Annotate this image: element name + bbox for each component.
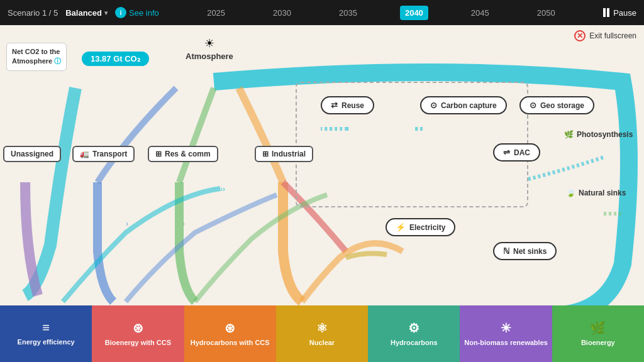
year-2025[interactable]: 2025	[202, 6, 230, 20]
nuclear-tile[interactable]: ⚛ Nuclear	[276, 305, 368, 362]
res-comm-label: Res & comm	[165, 150, 211, 158]
scenario-label: Scenario 1 / 5	[8, 8, 58, 18]
top-navigation: Scenario 1 / 5 Balanced ▾ i See info 202…	[0, 0, 644, 25]
hydrocarbons-ccs-label: Hydrocarbons with CCS	[191, 338, 270, 347]
geo-storage-node[interactable]: ⊙ Geo storage	[519, 96, 594, 114]
nuclear-icon: ⚛	[316, 321, 328, 336]
close-icon: ✕	[574, 30, 586, 41]
res-comm-icon: ⊞	[155, 150, 162, 158]
natural-sinks-icon: 🍃	[566, 189, 575, 197]
dac-label: DAC	[514, 148, 530, 157]
info-icon: i	[115, 7, 126, 18]
see-info-label: See info	[129, 8, 159, 18]
see-info-button[interactable]: i See info	[115, 7, 159, 18]
bioenergy-label: Bioenergy	[581, 338, 615, 347]
carbon-capture-label: Carbon capture	[441, 101, 497, 110]
year-2030[interactable]: 2030	[268, 6, 296, 20]
natural-sinks-text: Natural sinks	[579, 189, 626, 197]
carbon-capture-icon: ⊙	[430, 101, 437, 110]
hydrocarbons-ccs-tile[interactable]: ⊛ Hydrocarbons with CCS	[184, 305, 276, 362]
energy-efficiency-label: Energy efficiency	[18, 337, 75, 346]
atmosphere-icon: ☀	[186, 36, 233, 50]
year-2050[interactable]: 2050	[532, 6, 560, 20]
mode-selector[interactable]: Balanced ▾	[65, 8, 108, 18]
atmosphere-node: ☀ Atmosphere	[186, 36, 233, 61]
res-comm-sector: ⊞ Res & comm	[148, 146, 218, 162]
pause-button[interactable]: Pause	[603, 8, 636, 18]
photosynthesis-icon: 🌿	[564, 130, 574, 139]
unassigned-sector: Unassigned	[3, 146, 61, 162]
netco2-box: Net CO2 to the Atmosphere ⓘ	[6, 43, 67, 71]
bioenergy-icon: 🌿	[590, 321, 606, 336]
netco2-label: Net CO2 to the Atmosphere ⓘ	[12, 47, 61, 67]
year-selector: 2025 2030 2035 2040 2045 2050	[167, 6, 596, 20]
photosynthesis-label: 🌿 Photosynthesis	[564, 130, 633, 139]
reuse-icon: ⇄	[331, 101, 338, 110]
electricity-node[interactable]: ⚡ Electricity	[386, 218, 455, 236]
unassigned-label: Unassigned	[11, 150, 53, 158]
bottom-tiles: ≡ Energy efficiency ⊛ Bioenergy with CCS…	[0, 305, 644, 362]
natural-sinks-label: 🍃 Natural sinks	[566, 189, 626, 197]
year-2040[interactable]: 2040	[400, 6, 428, 20]
reuse-label: Reuse	[341, 101, 364, 110]
year-2035[interactable]: 2035	[334, 6, 362, 20]
year-2045[interactable]: 2045	[466, 6, 494, 20]
bioenergy-tile[interactable]: 🌿 Bioenergy	[552, 305, 644, 362]
industrial-label: Industrial	[272, 150, 306, 158]
industrial-icon: ⊞	[262, 150, 269, 158]
net-sinks-icon: ℕ	[503, 246, 509, 256]
non-biomass-icon: ✳	[501, 321, 511, 336]
non-biomass-label: Non-biomass renewables	[464, 338, 548, 347]
transport-sector: 🚛 Transport	[72, 146, 135, 162]
nuclear-label: Nuclear	[309, 338, 335, 347]
industrial-sector: ⊞ Industrial	[255, 146, 313, 162]
svg-text:›: ›	[182, 219, 185, 228]
net-sinks-label: Net sinks	[513, 247, 547, 256]
pause-icon	[603, 8, 609, 17]
geo-storage-label: Geo storage	[540, 101, 584, 110]
co2-value-pill: 13.87 Gt CO₂	[82, 52, 149, 66]
electricity-label: Electricity	[409, 223, 445, 232]
dac-node[interactable]: ⇌ DAC	[493, 143, 540, 162]
dac-icon: ⇌	[503, 148, 510, 157]
exit-fullscreen-button[interactable]: ✕ Exit fullscreen	[574, 30, 636, 41]
pause-label: Pause	[613, 8, 636, 18]
atmosphere-label: Atmosphere	[186, 52, 233, 61]
hydrocarbons-label: Hydrocarbons	[391, 338, 438, 347]
transport-label: Transport	[92, 150, 127, 158]
hydrocarbons-ccs-icon: ⊛	[225, 321, 235, 336]
hydrocarbons-icon: ⚙	[408, 321, 419, 336]
geo-storage-icon: ⊙	[530, 101, 536, 110]
photosynthesis-text: Photosynthesis	[577, 130, 633, 139]
electricity-icon: ⚡	[396, 222, 406, 232]
svg-text:››: ››	[220, 185, 225, 194]
bioenergy-ccs-icon: ⊛	[133, 321, 143, 336]
exit-fullscreen-label: Exit fullscreen	[589, 31, 636, 40]
non-biomass-tile[interactable]: ✳ Non-biomass renewables	[460, 305, 552, 362]
bioenergy-ccs-label: Bioenergy with CCS	[105, 338, 171, 347]
mode-label: Balanced	[65, 8, 102, 18]
transport-icon: 🚛	[80, 150, 89, 158]
chevron-down-icon: ▾	[104, 9, 108, 16]
carbon-capture-node[interactable]: ⊙ Carbon capture	[420, 96, 507, 114]
net-sinks-node[interactable]: ℕ Net sinks	[493, 242, 557, 260]
reuse-node[interactable]: ⇄ Reuse	[321, 96, 374, 114]
bioenergy-ccs-tile[interactable]: ⊛ Bioenergy with CCS	[92, 305, 184, 362]
svg-text:›: ›	[126, 219, 128, 228]
hydrocarbons-tile[interactable]: ⚙ Hydrocarbons	[368, 305, 460, 362]
energy-efficiency-tile[interactable]: ≡ Energy efficiency	[0, 305, 92, 362]
energy-efficiency-icon: ≡	[42, 321, 50, 335]
netco2-info-icon[interactable]: ⓘ	[54, 57, 61, 65]
